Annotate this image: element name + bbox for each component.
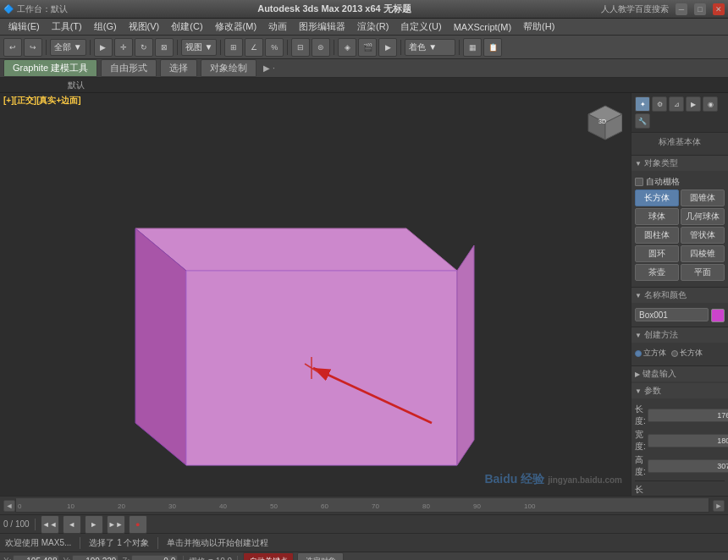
play-prev-btn[interactable]: ◄◄ — [41, 515, 59, 534]
length-input[interactable] — [648, 409, 728, 422]
snap-toggle[interactable]: ⊞ — [224, 38, 243, 57]
color-swatch[interactable] — [711, 309, 725, 322]
viewport-3d[interactable]: [+][正交][真实+边面] — [0, 93, 631, 496]
scale-button[interactable]: ⊠ — [155, 38, 174, 57]
material-editor[interactable]: ◈ — [338, 38, 356, 57]
viewport-shading[interactable]: 着色 ▼ — [405, 39, 455, 56]
menu-help[interactable]: 帮助(H) — [518, 19, 560, 35]
rp-motion-icon[interactable]: ▶ — [686, 96, 701, 112]
rp-display-icon[interactable]: ◉ — [703, 96, 718, 112]
radio-cube-circle — [635, 350, 642, 357]
timeline-scale[interactable]: 0 10 20 30 40 50 60 70 80 90 100 — [15, 499, 709, 513]
radio-cube[interactable]: 立方体 — [635, 348, 666, 359]
creation-method-collapse[interactable]: ▼ 创建方法 — [631, 327, 728, 343]
coord-sep1 — [183, 556, 184, 561]
rp-modify-icon[interactable]: ⚙ — [652, 96, 667, 112]
primitive-geosphere[interactable]: 几何球体 — [681, 208, 725, 225]
move-button[interactable]: ✛ — [114, 38, 133, 57]
titlebar: 🔷 工作台：默认 Autodesk 3ds Max 2013 x64 无标题 人… — [0, 0, 728, 19]
close-button[interactable]: ✕ — [713, 3, 725, 15]
record-btn[interactable]: ● — [129, 515, 147, 534]
primitive-cone[interactable]: 圆锥体 — [681, 189, 725, 206]
object-type-collapse[interactable]: ▼ 对象类型 — [631, 156, 728, 171]
y-label: Y: — [63, 557, 70, 560]
keyboard-input-collapse[interactable]: ▶ 键盘输入 — [631, 366, 728, 382]
select-all-dropdown[interactable]: 全部 ▼ — [50, 39, 86, 56]
menu-maxscript[interactable]: MAXScript(M) — [449, 20, 516, 34]
selected-text: 选择了 1 个对象 — [89, 537, 149, 549]
angle-snap[interactable]: ∠ — [245, 38, 263, 57]
select-button[interactable]: ▶ — [94, 38, 113, 57]
layer-manager[interactable]: ▦ — [463, 38, 482, 57]
box-name-input[interactable] — [635, 308, 709, 321]
auto-grid-row: 自动棚格 — [635, 176, 725, 188]
rp-create-icon[interactable]: ✦ — [635, 96, 650, 112]
tab-freeform[interactable]: 自由形式 — [101, 59, 157, 77]
menu-create[interactable]: 创建(C) — [166, 19, 207, 35]
y-input[interactable] — [72, 555, 119, 561]
primitive-plane[interactable]: 平面 — [681, 264, 725, 281]
rotate-button[interactable]: ↻ — [135, 38, 153, 57]
main-area: [+][正交][真实+边面] — [0, 93, 728, 496]
name-color-collapse[interactable]: ▼ 名称和颜色 — [631, 288, 728, 303]
menu-customize[interactable]: 自定义(U) — [395, 19, 446, 35]
scene-explorer[interactable]: 📋 — [483, 38, 502, 57]
timeline-prev[interactable]: ◄ — [3, 500, 15, 512]
menu-view[interactable]: 视图(V) — [124, 19, 165, 35]
render-setup[interactable]: 🎬 — [358, 38, 377, 57]
primitive-torus[interactable]: 圆环 — [635, 245, 679, 262]
render-button[interactable]: ▶ — [378, 38, 397, 57]
primitive-cylinder[interactable]: 圆柱体 — [635, 227, 679, 244]
primitive-sphere[interactable]: 球体 — [635, 208, 679, 225]
x-input[interactable] — [13, 555, 59, 561]
svg-text:80: 80 — [422, 502, 430, 510]
viewport-path: 选择了 1 个对象 默认 — [0, 78, 728, 93]
play-back-btn[interactable]: ◄ — [63, 515, 81, 534]
progress-display: 0 / 100 — [3, 519, 30, 529]
creation-radio-row: 立方体 长方体 — [635, 348, 725, 359]
play-next-btn[interactable]: ►► — [107, 515, 125, 534]
redo-button[interactable]: ↪ — [24, 38, 42, 57]
view-dropdown[interactable]: 视图 ▼ — [181, 39, 218, 56]
menu-animation[interactable]: 动画 — [263, 19, 292, 35]
menu-graph-editor[interactable]: 图形编辑器 — [294, 19, 350, 35]
auto-grid-checkbox[interactable] — [635, 178, 643, 186]
width-input[interactable] — [648, 434, 728, 447]
align-button[interactable]: ⊜ — [312, 38, 330, 57]
primitive-tube[interactable]: 管状体 — [681, 227, 725, 244]
viewport-nav-tag: [+][正交][真实+边面] — [3, 95, 81, 107]
tab-graphite[interactable]: Graphite 建模工具 — [3, 59, 97, 77]
timeline: ◄ 0 10 20 30 40 50 60 70 80 90 100 ► — [0, 496, 728, 514]
params-collapse[interactable]: ▼ 参数 — [631, 383, 728, 398]
auto-key-btn[interactable]: 自动关键点 — [243, 552, 294, 561]
menu-edit[interactable]: 编辑(E) — [3, 19, 45, 35]
menu-tools[interactable]: 工具(T) — [47, 19, 87, 35]
minimize-button[interactable]: ─ — [676, 3, 687, 15]
rp-hierarchy-icon[interactable]: ⊿ — [669, 96, 684, 112]
radio-box[interactable]: 长方体 — [671, 348, 703, 359]
set-key-btn[interactable]: 选定对象 — [297, 552, 344, 561]
rp-utility-icon[interactable]: 🔧 — [635, 113, 650, 129]
tab-object-paint[interactable]: 对象绘制 — [201, 59, 256, 77]
z-label: Z: — [122, 557, 130, 560]
z-input[interactable] — [131, 555, 178, 561]
timeline-ticks-svg: 0 10 20 30 40 50 60 70 80 90 100 — [16, 498, 709, 512]
timeline-next[interactable]: ► — [713, 500, 725, 512]
titlebar-left: 🔷 工作台：默认 — [3, 3, 68, 15]
mirror-button[interactable]: ⊟ — [291, 38, 310, 57]
undo-button[interactable]: ↩ — [3, 38, 22, 57]
height-input[interactable] — [648, 459, 728, 473]
toolbar-separator-3 — [177, 40, 178, 55]
menu-render[interactable]: 渲染(R) — [352, 19, 394, 35]
maximize-button[interactable]: □ — [694, 3, 706, 15]
primitive-pyramid[interactable]: 四棱锥 — [681, 245, 725, 262]
primitive-box[interactable]: 长方体 — [635, 189, 679, 206]
3d-box-svg — [51, 161, 550, 482]
menu-modify[interactable]: 修改器(M) — [210, 19, 262, 35]
percent-snap[interactable]: % — [265, 38, 284, 57]
menu-group[interactable]: 组(G) — [89, 19, 122, 35]
primitive-teapot[interactable]: 茶壶 — [635, 264, 679, 281]
tab-selection[interactable]: 选择 — [160, 59, 197, 77]
box-side-face — [457, 245, 474, 465]
play-fwd-btn[interactable]: ► — [85, 515, 103, 534]
